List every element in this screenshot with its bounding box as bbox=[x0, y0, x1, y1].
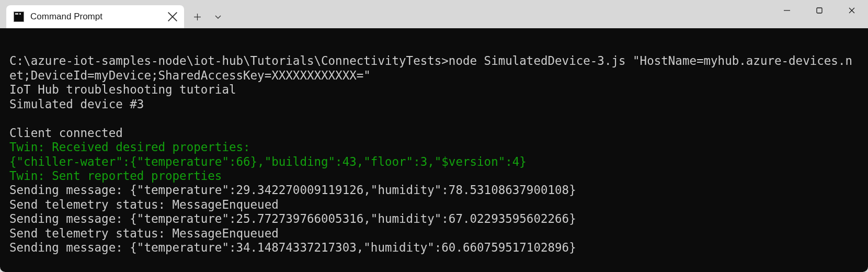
terminal-icon bbox=[14, 12, 24, 22]
terminal-line: Sending message: {"temperature":25.77273… bbox=[9, 212, 859, 226]
terminal-blank bbox=[9, 111, 859, 126]
window-controls bbox=[771, 0, 868, 23]
terminal-line: IoT Hub troubleshooting tutorial bbox=[9, 83, 859, 97]
terminal-line: Send telemetry status: MessageEnqueued bbox=[9, 226, 859, 241]
terminal-line: Twin: Received desired properties: bbox=[9, 140, 859, 154]
titlebar: Command Prompt bbox=[0, 0, 868, 28]
terminal-line: Sending message: {"temperature":34.14874… bbox=[9, 241, 859, 255]
tab-command-prompt[interactable]: Command Prompt bbox=[6, 5, 184, 28]
close-tab-button[interactable] bbox=[167, 12, 178, 22]
terminal-line: Client connected bbox=[9, 126, 859, 140]
terminal-line: Simulated device #3 bbox=[9, 97, 859, 111]
maximize-button[interactable] bbox=[803, 0, 836, 21]
svg-rect-5 bbox=[817, 8, 822, 13]
terminal-line: Send telemetry status: MessageEnqueued bbox=[9, 198, 859, 212]
terminal-line: Sending message: {"temperature":29.34227… bbox=[9, 183, 859, 197]
terminal-line: {"chiller-water":{"temperature":66},"bui… bbox=[9, 155, 859, 169]
terminal-content[interactable]: C:\azure-iot-samples-node\iot-hub\Tutori… bbox=[0, 28, 868, 272]
tab-dropdown-button[interactable] bbox=[209, 8, 227, 26]
minimize-button[interactable] bbox=[771, 0, 803, 21]
new-tab-button[interactable] bbox=[188, 8, 206, 26]
close-window-button[interactable] bbox=[836, 0, 868, 21]
terminal-line: Twin: Sent reported properties bbox=[9, 169, 859, 183]
tab-title: Command Prompt bbox=[30, 12, 167, 22]
terminal-line: C:\azure-iot-samples-node\iot-hub\Tutori… bbox=[9, 54, 859, 83]
